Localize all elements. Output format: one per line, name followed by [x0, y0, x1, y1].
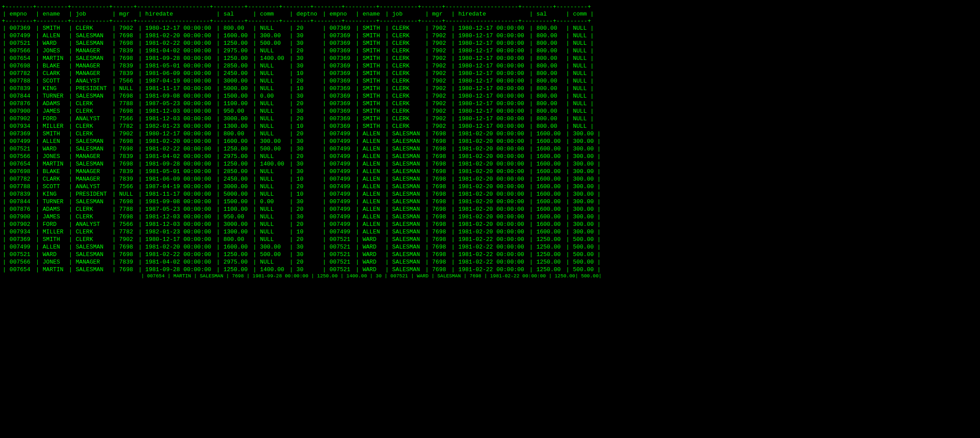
table-row: | 007698| BLAKE| MANAGER| 7839| 1981-05-…	[0, 168, 603, 175]
table-row: | 007876| ADAMS| CLERK| 7788| 1987-05-23…	[0, 100, 603, 107]
table-row: | 007934| MILLER| CLERK| 7782| 1982-01-2…	[0, 122, 603, 130]
table-row: | 007654| MARTIN| SALESMAN| 7698| 1981-0…	[0, 266, 603, 273]
table-row: | 007782| CLARK| MANAGER| 7839| 1981-06-…	[0, 175, 603, 183]
table-row: | 007876| ADAMS| CLERK| 7788| 1987-05-23…	[0, 205, 603, 213]
table-row: | 007654| MARTIN| SALESMAN| 7698| 1981-0…	[0, 160, 603, 168]
header-separator: +--------+---------+-----------+------+-…	[0, 18, 603, 24]
table-row: | 007900| JAMES| CLERK| 7698| 1981-12-03…	[0, 213, 603, 221]
table-row: | 007844| TURNER| SALESMAN| 7698| 1981-0…	[0, 92, 603, 100]
table-row: | 007844| TURNER| SALESMAN| 7698| 1981-0…	[0, 198, 603, 205]
table-row: | 007788| SCOTT| ANALYST| 7566| 1987-04-…	[0, 183, 603, 190]
table-row: | 007499| ALLEN| SALESMAN| 7698| 1981-02…	[0, 243, 603, 251]
table-row: | 007521| WARD| SALESMAN| 7698| 1981-02-…	[0, 39, 603, 47]
results-table: +--------+---------+-----------+------+-…	[0, 4, 603, 279]
table-row: | 007521| WARD| SALESMAN| 7698| 1981-02-…	[0, 145, 603, 153]
table-row: | 007499| ALLEN| SALESMAN| 7698| 1981-02…	[0, 138, 603, 145]
table-row: | 007839| KING| PRESIDENT| NULL| 1981-11…	[0, 85, 603, 92]
table-row: | 007654| MARTIN| SALESMAN| 7698| 1981-0…	[0, 55, 603, 62]
table-row: | 007499| ALLEN| SALESMAN| 7698| 1981-02…	[0, 32, 603, 39]
table-row: | 007698| BLAKE| MANAGER| 7839| 1981-05-…	[0, 62, 603, 70]
table-row: | 007566| JONES| MANAGER| 7839| 1981-04-…	[0, 258, 603, 266]
table-row: | 007369| SMITH| CLERK| 7902| 1980-12-17…	[0, 130, 603, 138]
terminal-window: +--------+---------+-----------+------+-…	[0, 0, 980, 438]
column-headers: | empno | ename | job | mgr | hiredate |…	[0, 10, 603, 18]
table-row: | 007782| CLARK| MANAGER| 7839| 1981-06-…	[0, 70, 603, 77]
query-results[interactable]: +--------+---------+-----------+------+-…	[0, 4, 980, 279]
top-separator: +--------+---------+-----------+------+-…	[0, 4, 603, 10]
watermark-row: | 007654 | MARTIN | SALESMAN | 7698 | 19…	[0, 273, 603, 279]
table-row: | 007369| SMITH| CLERK| 7902| 1980-12-17…	[0, 236, 603, 243]
table-row: | 007900| JAMES| CLERK| 7698| 1981-12-03…	[0, 107, 603, 115]
table-row: | 007369| SMITH| CLERK| 7902| 1980-12-17…	[0, 24, 603, 32]
table-row: | 007934| MILLER| CLERK| 7782| 1982-01-2…	[0, 228, 603, 236]
table-row: | 007566| JONES| MANAGER| 7839| 1981-04-…	[0, 153, 603, 160]
table-row: | 007839| KING| PRESIDENT| NULL| 1981-11…	[0, 190, 603, 198]
table-row: | 007902| FORD| ANALYST| 7566| 1981-12-0…	[0, 115, 603, 122]
table-row: | 007566| JONES| MANAGER| 7839| 1981-04-…	[0, 47, 603, 55]
table-row: | 007788| SCOTT| ANALYST| 7566| 1987-04-…	[0, 77, 603, 85]
table-row: | 007902| FORD| ANALYST| 7566| 1981-12-0…	[0, 221, 603, 228]
table-row: | 007521| WARD| SALESMAN| 7698| 1981-02-…	[0, 251, 603, 258]
